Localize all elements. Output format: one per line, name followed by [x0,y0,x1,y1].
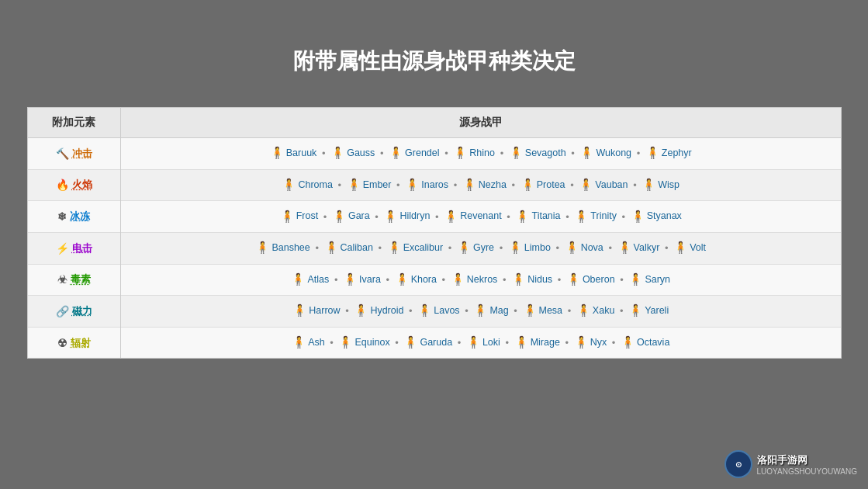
watermark-text-block: 洛阳手游网 LUOYANGSHOUYOUWANG [757,453,857,476]
watermark: ⊙ 洛阳手游网 LUOYANGSHOUYOUWANG [724,450,857,478]
wf-entry: 🧍 Harrow [292,302,340,320]
wf-name: Ivara [359,271,381,289]
wf-icon: 🧍 [453,146,467,160]
wf-name: Chroma [298,176,332,194]
table-row: ❄ 冰冻 🧍 Frost • 🧍 Gara • 🧍 Hildryn • 🧍 Re… [28,201,841,233]
wf-name: Nyx [590,334,607,352]
element-cell: ⚡ 电击 [28,232,121,264]
col-element-header: 附加元素 [28,108,121,138]
wf-name: Rhino [469,144,495,162]
warframes-cell: 🧍 Harrow • 🧍 Hydroid • 🧍 Lavos • 🧍 Mag •… [121,296,841,328]
wf-entry: 🧍 Styanax [631,207,682,225]
wf-icon: 🧍 [645,146,659,160]
separator: • [393,179,403,191]
separator: • [320,211,330,223]
wf-entry: 🧍 Loki [466,334,500,352]
wf-icon: 🧍 [641,178,655,192]
element-icon: ⚡ [56,242,69,255]
separator: • [343,305,352,317]
separator: • [609,337,618,349]
wf-name: Nezha [479,176,507,194]
wf-name: Titania [531,207,560,225]
element-icon: 🔨 [56,147,69,160]
element-icon: 🔥 [56,179,69,191]
wf-entry: 🧍 Garuda [403,334,452,352]
separator: • [455,337,464,349]
separator: • [565,305,574,317]
wf-icon: 🧍 [508,241,522,255]
wf-name: Gara [348,207,370,225]
element-icon: ☢ [57,337,67,349]
page-title: 附带属性由源身战甲种类决定 [293,47,576,76]
separator: • [327,337,337,349]
separator: • [504,211,514,223]
wf-entry: 🧍 Yareli [628,302,669,320]
wf-icon: 🧍 [417,303,431,317]
element-icon: ❄ [57,210,67,223]
wf-icon: 🧍 [565,241,579,255]
wf-name: Baruuk [286,144,317,162]
element-cell: 🔨 冲击 [28,138,121,170]
wf-entry: 🧍 Wisp [641,176,680,194]
wf-icon: 🧍 [579,178,593,192]
separator: • [496,242,506,254]
wf-name: Excalibur [403,239,443,257]
wf-icon: 🧍 [457,241,471,255]
wf-icon: 🧍 [270,146,284,160]
wf-icon: 🧍 [444,210,458,224]
wf-entry: 🧍 Banshee [255,239,310,257]
separator: • [619,211,628,223]
wf-name: Zephyr [662,144,692,162]
wf-name: Oberon [583,271,615,289]
element-name: 磁力 [72,304,92,318]
separator: • [442,147,451,159]
wf-name: Gyre [473,239,494,257]
separator: • [569,147,578,159]
separator: • [432,211,441,223]
wf-name: Wukong [596,144,631,162]
table-header-row: 附加元素 源身战甲 [28,108,841,138]
wf-entry: 🧍 Oberon [566,271,615,289]
separator: • [372,211,382,223]
wf-entry: 🧍 Nezha [462,176,507,194]
warframes-cell: 🧍 Frost • 🧍 Gara • 🧍 Hildryn • 🧍 Revenan… [121,201,841,233]
separator: • [503,337,512,349]
wf-icon: 🧍 [282,178,296,192]
separator: • [313,242,322,254]
element-name: 冰冻 [70,210,90,224]
separator: • [563,211,572,223]
separator: • [617,274,627,286]
wf-name: Garuda [420,334,452,352]
wf-entry: 🧍 Titania [515,207,560,225]
wf-entry: 🧍 Mesa [523,302,563,320]
separator: • [662,242,671,254]
separator: • [335,179,344,191]
wf-icon: 🧍 [292,335,306,349]
wf-name: Frost [296,207,318,225]
wf-icon: 🧍 [343,272,357,286]
wf-entry: 🧍 Saryn [628,271,670,289]
table-wrapper: 附加元素 源身战甲 🔨 冲击 🧍 Baruuk • 🧍 Gauss • 🧍 Gr… [27,107,842,359]
wf-icon: 🧍 [576,303,590,317]
wf-entry: 🧍 Ember [347,176,392,194]
wf-entry: 🧍 Octavia [621,334,669,352]
wf-icon: 🧍 [383,210,397,224]
wf-name: Mirage [531,334,560,352]
wf-name: Valkyr [634,239,660,257]
element-name: 毒素 [71,272,91,286]
element-cell: ❄ 冰冻 [28,201,121,233]
wf-entry: 🧍 Nyx [574,334,607,352]
wf-icon: 🧍 [255,241,269,255]
wf-entry: 🧍 Frost [280,207,318,225]
wf-name: Ember [363,176,392,194]
table-row: 🔨 冲击 🧍 Baruuk • 🧍 Gauss • 🧍 Grendel • 🧍 … [28,138,841,170]
wf-icon: 🧍 [621,335,635,349]
wf-name: Loki [482,334,500,352]
wf-icon: 🧍 [292,303,306,317]
separator: • [511,305,520,317]
separator: • [562,337,572,349]
wf-name: Styanax [647,207,682,225]
wf-icon: 🧍 [631,210,645,224]
wf-name: Grendel [405,144,439,162]
wf-icon: 🧍 [389,146,403,160]
